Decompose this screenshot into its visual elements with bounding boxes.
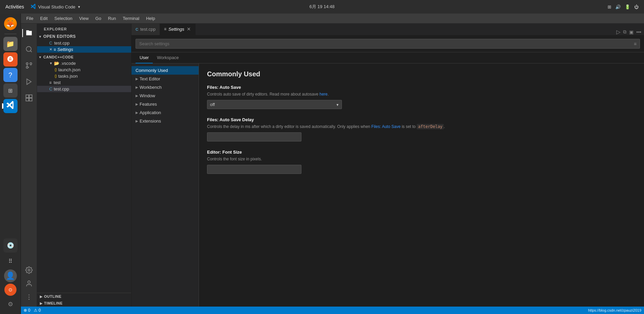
nav-application[interactable]: ▶ Application: [131, 108, 199, 117]
tab-close-button[interactable]: ✕: [186, 26, 192, 32]
volume-icon[interactable]: 🔊: [615, 4, 621, 9]
vscode-folder[interactable]: ▼ 📂 .vscode: [37, 60, 131, 67]
nav-features[interactable]: ▶ Features: [131, 100, 199, 108]
vscode-folder-label: .vscode: [61, 61, 76, 66]
taskbar-settings[interactable]: ⚙: [3, 297, 18, 311]
tasks-json[interactable]: {} tasks.json: [37, 73, 131, 79]
auto-save-ref-link[interactable]: Files: Auto Save: [371, 124, 401, 129]
status-bar-right: https://blog.csdn.net/zpauzi2019: [588, 308, 641, 312]
tab-settings[interactable]: ≡ Settings ✕: [160, 24, 196, 35]
menu-go[interactable]: Go: [93, 15, 104, 22]
settings-body: Commonly Used ▶ Text Editor ▶ Workbench …: [131, 63, 644, 307]
sidebar: Explorer ▼ Open Editors C test.cpp ✕ ≡ S…: [37, 24, 131, 307]
activity-explorer[interactable]: [22, 26, 36, 40]
taskbar-help[interactable]: ?: [3, 68, 18, 82]
battery-icon[interactable]: 🔋: [625, 4, 630, 9]
taskbar-user[interactable]: 👤: [4, 269, 17, 282]
outline-section[interactable]: ▶ Outline: [37, 293, 131, 300]
tab-user[interactable]: User: [136, 52, 153, 63]
launch-json[interactable]: {} launch.json: [37, 67, 131, 73]
outline-chevron: ▶: [40, 295, 43, 298]
toggle-panel-icon[interactable]: ▣: [629, 29, 634, 35]
search-container: ≡: [136, 39, 640, 49]
taskbar-extensions[interactable]: ⊞: [3, 83, 18, 98]
taskbar-bottom: 💿 ⠿ 👤 ⊙ ⚙: [3, 238, 18, 311]
vscode-dropdown-icon[interactable]: ▼: [78, 5, 81, 9]
json-icon: {}: [55, 68, 57, 72]
menu-terminal[interactable]: Terminal: [120, 15, 142, 22]
more-actions-icon[interactable]: •••: [636, 29, 641, 35]
taskbar-vscode[interactable]: [3, 99, 18, 113]
open-editors-header[interactable]: ▼ Open Editors: [37, 33, 131, 40]
test-file-icon: ≡: [49, 80, 52, 85]
menu-selection[interactable]: Selection: [52, 15, 75, 22]
run-icon[interactable]: ▷: [616, 29, 620, 35]
settings-close-icon[interactable]: ✕: [49, 47, 52, 52]
activity-account[interactable]: [22, 277, 36, 290]
delay-desc-3: .: [444, 124, 445, 129]
taskbar: 🦊 📁 🅐 ? ⊞ 💿 ⠿ 👤 ⊙: [0, 14, 21, 314]
delay-desc-1: Controls the delay in ms after which a d…: [207, 124, 371, 129]
auto-save-select[interactable]: off afterDelay onFocusChange onWindowCha…: [207, 100, 342, 109]
split-editor-icon[interactable]: ⧉: [623, 29, 626, 35]
apt-icon: 🅐: [7, 56, 13, 63]
test-file[interactable]: ≡ test: [37, 79, 131, 86]
taskbar-ubuntu[interactable]: ⊙: [4, 284, 17, 296]
vscode-app-indicator[interactable]: Visual Studio Code ▼: [31, 4, 81, 10]
menu-edit[interactable]: Edit: [37, 15, 50, 22]
taskbar-files[interactable]: 📁: [3, 37, 18, 51]
activity-source-control[interactable]: [22, 59, 36, 72]
search-icon: ≡: [634, 41, 637, 47]
svg-rect-7: [29, 95, 32, 98]
menu-run[interactable]: Run: [105, 15, 119, 22]
tab-workspace[interactable]: Workspace: [153, 52, 183, 63]
taskbar-apps-grid[interactable]: ⠿: [3, 254, 18, 268]
nav-extensions[interactable]: ▶ Extensions: [131, 117, 199, 125]
activities-label[interactable]: Activities: [5, 4, 24, 9]
vscode-window: File Edit Selection View Go Run Terminal…: [21, 14, 644, 314]
auto-save-link[interactable]: here: [320, 92, 328, 97]
main-area: Explorer ▼ Open Editors C test.cpp ✕ ≡ S…: [21, 24, 644, 307]
font-size-input[interactable]: 14: [207, 165, 301, 174]
extensions-icon: ⊞: [8, 87, 12, 94]
settings-search-input[interactable]: [136, 39, 640, 49]
activity-dots[interactable]: [22, 290, 36, 304]
nav-commonly-used[interactable]: Commonly Used: [131, 66, 199, 75]
activity-settings[interactable]: [22, 263, 36, 277]
auto-save-desc-text: Controls auto save of dirty editors. Rea…: [207, 92, 320, 97]
open-editor-settings[interactable]: ✕ ≡ Settings: [37, 46, 131, 53]
taskbar-disc[interactable]: 💿: [3, 238, 18, 253]
menu-file[interactable]: File: [24, 15, 36, 22]
settings-search-bar: ≡: [131, 35, 644, 52]
taskbar-software[interactable]: 🅐: [3, 52, 18, 67]
svg-point-11: [28, 281, 30, 283]
menu-view[interactable]: View: [77, 15, 91, 22]
auto-save-select-wrapper: off afterDelay onFocusChange onWindowCha…: [207, 100, 342, 109]
timeline-section[interactable]: ▶ Timeline: [37, 300, 131, 307]
menu-help[interactable]: Help: [143, 15, 158, 22]
section-title: Commonly Used: [207, 70, 636, 78]
extensions-nav-label: Extensions: [140, 119, 161, 124]
test-cpp-file[interactable]: C test.cpp: [37, 86, 131, 92]
tab-test-cpp[interactable]: C test.cpp: [131, 24, 160, 35]
error-count[interactable]: ⊗ 0: [24, 308, 30, 313]
project-header[interactable]: ▼ CAndC++Code: [37, 54, 131, 60]
network-icon[interactable]: ⊞: [608, 4, 611, 9]
status-url[interactable]: https://blog.csdn.net/zpauzi2019: [588, 308, 641, 312]
status-bar-left: ⊗ 0 ⚠ 0: [24, 308, 41, 313]
apps-grid-icon: ⠿: [8, 258, 12, 264]
project-label: CAndC++Code: [43, 55, 74, 59]
extensions-nav-chevron: ▶: [136, 119, 138, 123]
warning-count[interactable]: ⚠ 0: [34, 308, 41, 313]
activity-extensions[interactable]: [22, 91, 36, 105]
activity-search[interactable]: [22, 43, 36, 56]
open-editor-test-cpp[interactable]: C test.cpp: [37, 40, 131, 46]
nav-window[interactable]: ▶ Window: [131, 91, 199, 100]
auto-save-delay-input[interactable]: 1000: [207, 132, 301, 141]
nav-text-editor[interactable]: ▶ Text Editor: [131, 75, 199, 83]
nav-workbench[interactable]: ▶ Workbench: [131, 83, 199, 91]
activity-run[interactable]: [22, 75, 36, 88]
test-cpp-icon: C: [49, 86, 52, 91]
power-icon[interactable]: ⏻: [634, 4, 639, 9]
taskbar-firefox[interactable]: 🦊: [3, 16, 18, 31]
